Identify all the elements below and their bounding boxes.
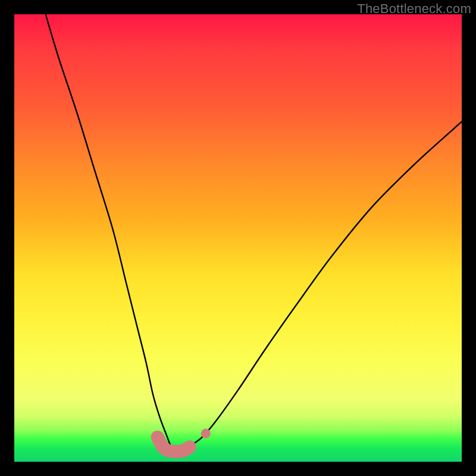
outer-frame: TheBottleneck.com bbox=[0, 0, 476, 476]
watermark-text: TheBottleneck.com bbox=[357, 1, 471, 17]
min-marker-detached bbox=[201, 429, 211, 439]
plot-area bbox=[14, 14, 462, 462]
min-marker-cluster bbox=[151, 431, 196, 458]
curve-layer bbox=[14, 14, 462, 462]
bottleneck-curve bbox=[46, 14, 462, 451]
